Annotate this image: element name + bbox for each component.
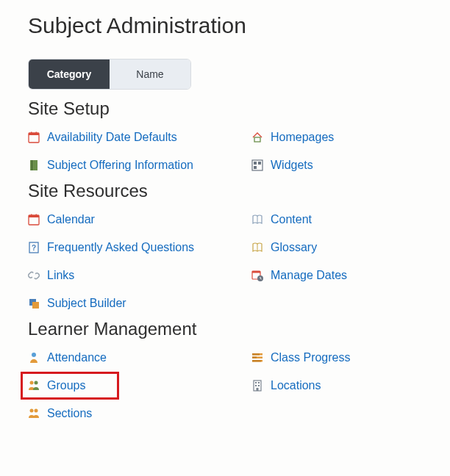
site-resources-grid: Calendar Content ? Frequently Asked Ques…: [28, 212, 422, 311]
calendar-icon: [28, 214, 40, 226]
item-faq[interactable]: ? Frequently Asked Questions: [28, 239, 249, 256]
item-availability-defaults[interactable]: Availability Date Defaults: [28, 129, 249, 145]
item-links[interactable]: Links: [28, 267, 249, 284]
svg-text:?: ?: [32, 244, 36, 252]
link-label: Subject Offering Information: [47, 159, 193, 172]
section-title-learner-management: Learner Management: [28, 319, 422, 339]
svg-point-39: [30, 409, 34, 413]
glossary-icon: [251, 242, 263, 253]
attendance-icon: [28, 352, 40, 364]
item-class-progress[interactable]: Class Progress: [251, 350, 422, 366]
link-icon: [28, 270, 40, 281]
svg-rect-13: [31, 214, 32, 217]
svg-rect-4: [254, 137, 260, 142]
svg-rect-10: [254, 166, 257, 169]
builder-icon: [28, 298, 40, 309]
svg-rect-20: [252, 271, 260, 273]
item-subject-builder[interactable]: Subject Builder: [28, 295, 249, 311]
svg-rect-34: [255, 382, 257, 383]
svg-rect-3: [36, 132, 38, 134]
svg-rect-38: [257, 388, 259, 391]
svg-point-40: [35, 409, 38, 413]
item-locations[interactable]: Locations: [251, 378, 422, 394]
svg-point-31: [30, 381, 34, 385]
link-label: Frequently Asked Questions: [47, 241, 194, 254]
svg-point-24: [32, 353, 36, 357]
link-label: Content: [271, 213, 312, 226]
link-label: Homepages: [271, 131, 334, 144]
item-homepages[interactable]: Homepages: [251, 129, 422, 145]
widgets-icon: [251, 159, 263, 171]
item-content[interactable]: Content: [251, 212, 422, 228]
link-label: Calendar: [47, 213, 95, 226]
link-label: Attendance: [47, 351, 107, 364]
content-icon: [251, 214, 263, 226]
section-title-site-resources: Site Resources: [28, 181, 422, 201]
link-label: Subject Builder: [47, 297, 126, 310]
learner-management-grid: Attendance Class Progress Groups Locatio…: [28, 350, 422, 422]
svg-rect-28: [252, 353, 260, 356]
link-label: Groups: [47, 379, 85, 392]
svg-rect-8: [254, 162, 257, 165]
item-groups[interactable]: Groups: [28, 378, 249, 394]
svg-rect-36: [255, 385, 257, 386]
groups-icon: [28, 380, 40, 392]
item-calendar[interactable]: Calendar: [28, 212, 249, 228]
link-label: Class Progress: [271, 351, 350, 364]
item-widgets[interactable]: Widgets: [251, 157, 422, 173]
locations-icon: [251, 380, 263, 392]
svg-rect-6: [32, 160, 32, 170]
book-icon: [28, 159, 40, 171]
svg-rect-30: [252, 360, 261, 362]
item-glossary[interactable]: Glossary: [251, 239, 422, 256]
faq-icon: ?: [28, 242, 40, 253]
link-label: Manage Dates: [271, 269, 347, 282]
tab-name[interactable]: Name: [110, 60, 190, 89]
view-tabs: Category Name: [28, 59, 191, 90]
svg-rect-35: [258, 382, 260, 383]
link-label: Availability Date Defaults: [47, 131, 177, 144]
svg-rect-1: [29, 133, 39, 135]
link-label: Sections: [47, 407, 92, 420]
item-subject-offering-info[interactable]: Subject Offering Information: [28, 157, 249, 173]
svg-rect-5: [30, 160, 38, 170]
calendar-icon: [28, 131, 40, 143]
manage-dates-icon: [251, 270, 263, 281]
svg-rect-12: [29, 215, 39, 217]
item-sections[interactable]: Sections: [28, 405, 249, 422]
svg-rect-23: [32, 302, 39, 309]
link-label: Glossary: [271, 241, 317, 254]
item-attendance[interactable]: Attendance: [28, 350, 249, 366]
tab-category[interactable]: Category: [29, 60, 110, 89]
svg-rect-37: [258, 385, 260, 386]
svg-rect-14: [36, 214, 38, 217]
home-icon: [251, 131, 263, 143]
link-label: Links: [47, 269, 74, 282]
svg-rect-29: [252, 357, 257, 359]
svg-point-32: [35, 381, 38, 385]
link-label: Widgets: [271, 159, 313, 172]
page-title: Subject Administration: [28, 13, 422, 38]
progress-icon: [251, 352, 263, 364]
svg-rect-9: [258, 162, 261, 165]
section-title-site-setup: Site Setup: [28, 98, 422, 119]
svg-rect-2: [31, 132, 32, 134]
item-manage-dates[interactable]: Manage Dates: [251, 267, 422, 284]
site-setup-grid: Availability Date Defaults Homepages Sub…: [28, 129, 422, 173]
sections-icon: [28, 408, 40, 419]
link-label: Locations: [271, 379, 321, 392]
